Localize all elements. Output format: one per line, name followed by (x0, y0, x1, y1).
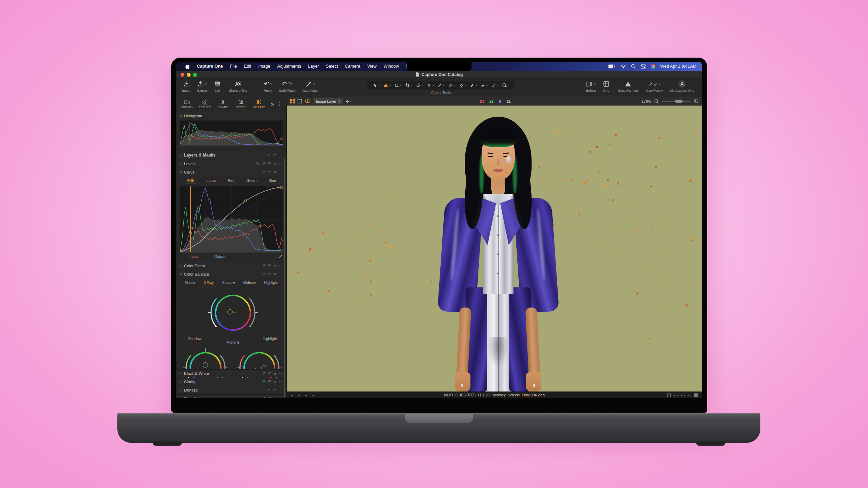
panel-header-histogram[interactable]: ∨ Histogram ⋯ (176, 112, 286, 119)
viewer-image[interactable] (287, 106, 702, 392)
rotate-tool[interactable]: ∨ (416, 83, 423, 88)
fill-mask-tool[interactable]: ∨ (480, 83, 488, 88)
presets-icon[interactable]: ≡ (274, 272, 276, 276)
cb-tab-master[interactable]: Master (183, 280, 197, 285)
wifi-icon[interactable] (620, 64, 626, 69)
menu-layer[interactable]: Layer (304, 64, 322, 69)
copy-adjustments-icon[interactable]: ↗ (267, 388, 270, 392)
midtone-color-wheel[interactable] (207, 287, 259, 339)
linear-gradient-tool[interactable]: ∨ (491, 83, 499, 88)
menu-adjustments[interactable]: Adjustments (274, 64, 304, 69)
reset-panel-icon[interactable]: ↶ (268, 170, 271, 174)
minimize-button[interactable] (187, 73, 191, 77)
straighten-tool[interactable]: ∨ (426, 83, 434, 88)
reset-panel-icon[interactable]: ↶ (273, 153, 276, 157)
close-button[interactable] (181, 73, 184, 77)
copy-adjustments-icon[interactable]: ↗ (262, 396, 265, 398)
copy-adjustments-icon[interactable]: ↗ (262, 379, 265, 384)
menubar-clock[interactable]: Wed Apr 1 9:41AM (660, 64, 696, 69)
heal-tool[interactable]: ∨ (448, 83, 456, 88)
curve-tab-luma[interactable]: Luma (205, 178, 217, 183)
menu-camera[interactable]: Camera (341, 64, 364, 69)
menu-select[interactable]: Select (323, 64, 342, 69)
import-button[interactable]: Import (180, 80, 194, 92)
reset-panel-icon[interactable]: ↶ (268, 379, 271, 384)
panel-header-color-balance[interactable]: ∨ Color Balance ↗↶≡⋯ (176, 270, 286, 278)
panel-header-dehaze[interactable]: › Dehaze ↗↶⋯ (176, 386, 286, 394)
copy-adjustments-icon[interactable]: ↗ (267, 153, 270, 157)
zoom-in-icon[interactable] (694, 99, 699, 104)
expand-tabs-icon[interactable]: » (271, 101, 274, 107)
copy-adjustments-icon[interactable]: ↗ (262, 272, 265, 276)
copy-adjustments-icon[interactable]: ↗ (262, 371, 265, 376)
reset-panel-icon[interactable]: ↶ (268, 272, 271, 276)
curve-tab-red[interactable]: Red (226, 178, 236, 183)
pan-tool[interactable]: ∨ (383, 83, 391, 88)
sidebar-scrollbar[interactable] (284, 158, 285, 397)
panel-header-levels[interactable]: › Levels ✎↗↶≡⋯ (176, 160, 286, 167)
panel-header-vignetting[interactable]: › Vignetting ↗↶≡⋯ (176, 394, 286, 398)
more-icon[interactable]: ⋯ (279, 371, 283, 376)
cb-tab-3way[interactable]: 3-Way (202, 280, 215, 285)
tab-adjust[interactable]: ADJUST (250, 99, 268, 109)
battery-icon[interactable] (608, 64, 616, 69)
multi-view-icon[interactable] (290, 99, 295, 103)
more-tabs-icon[interactable]: ⋮ (277, 101, 282, 107)
select-tool[interactable]: ∨ (373, 83, 380, 88)
crop-tool[interactable]: ∨ (405, 83, 412, 88)
more-icon[interactable]: ⋯ (279, 388, 283, 392)
brush-tool[interactable]: ∨ (437, 83, 445, 88)
more-icon[interactable]: ⋯ (279, 170, 283, 174)
erase-tool[interactable]: ∨ (459, 83, 466, 88)
tab-tether[interactable]: TETHER (196, 99, 214, 109)
thumb-grid-icon[interactable] (694, 393, 698, 397)
curve-tab-green[interactable]: Green (245, 178, 258, 183)
menu-window[interactable]: Window (380, 64, 402, 69)
reset-panel-icon[interactable]: ↶ (273, 388, 276, 392)
curve-tab-blue[interactable]: Blue (267, 178, 277, 183)
export-button[interactable]: ∨ Export (195, 80, 209, 92)
zoom-slider-handle[interactable] (675, 100, 683, 103)
shadow-wheel-selector[interactable] (203, 362, 208, 368)
presets-icon[interactable]: ≡ (274, 170, 276, 174)
more-icon[interactable]: ⋯ (279, 396, 283, 398)
my-capture-one-button[interactable]: My Capture One (667, 80, 697, 92)
pick-icon[interactable]: ✎ (256, 161, 259, 166)
proof-margin-icon[interactable] (667, 393, 671, 397)
auto-adjust-button[interactable]: ∨ Auto Adjust (299, 80, 321, 92)
color-profile-icon[interactable] (651, 64, 655, 69)
menubar-app-name[interactable]: Capture One (193, 64, 226, 69)
exposure-warning-button[interactable]: Exp. Warning (615, 80, 642, 92)
menu-file[interactable]: File (226, 64, 240, 69)
undo-redo-button[interactable]: ↶↷ Undo/Redo (276, 80, 298, 92)
copy-adjustments-icon[interactable]: ↗ (262, 170, 265, 174)
zoom-slider[interactable] (662, 101, 691, 102)
add-layer-button[interactable]: +∨ (346, 99, 351, 104)
cull-button[interactable]: Cull (210, 80, 224, 92)
draw-mask-tool[interactable]: ∨ (469, 83, 477, 88)
rating-dots[interactable]: ••••• (674, 393, 691, 397)
window-titlebar[interactable]: Capture One Catalog (176, 71, 702, 78)
more-icon[interactable]: ⋯ (279, 379, 283, 384)
copy-adjustments-icon[interactable]: ↗ (262, 161, 265, 166)
reset-button[interactable]: ↶∨ Reset (261, 80, 275, 92)
reset-panel-icon[interactable]: ↶ (268, 371, 271, 376)
curve-picker-icon[interactable] (278, 254, 283, 259)
panel-header-bw[interactable]: › Black & White ↗↶≡⋯ (176, 369, 286, 377)
cb-tab-shadow[interactable]: Shadow (221, 280, 236, 285)
more-icon[interactable]: ⋯ (279, 161, 283, 166)
copy-apply-button[interactable]: ↗↙∨ Copy/Apply (643, 80, 666, 92)
tab-library[interactable]: LIBRARY (178, 99, 196, 109)
presets-icon[interactable]: ≡ (274, 264, 276, 268)
zoom-out-icon[interactable] (654, 99, 659, 104)
cb-tab-highlight[interactable]: Highlight (263, 280, 279, 285)
presets-icon[interactable]: ≡ (274, 162, 276, 166)
copy-adjustments-icon[interactable]: ↗ (262, 263, 265, 268)
mask-visibility-icon[interactable] (305, 99, 311, 103)
spotlight-search-icon[interactable] (631, 64, 636, 69)
zoom-button[interactable] (193, 73, 197, 77)
cb-tab-midtone[interactable]: Midtone (242, 280, 257, 285)
radial-gradient-tool[interactable]: ∨ (502, 83, 509, 88)
more-icon[interactable]: ⋯ (279, 113, 283, 118)
panel-header-clarity[interactable]: › Clarity ↗↶≡⋯ (176, 378, 286, 385)
